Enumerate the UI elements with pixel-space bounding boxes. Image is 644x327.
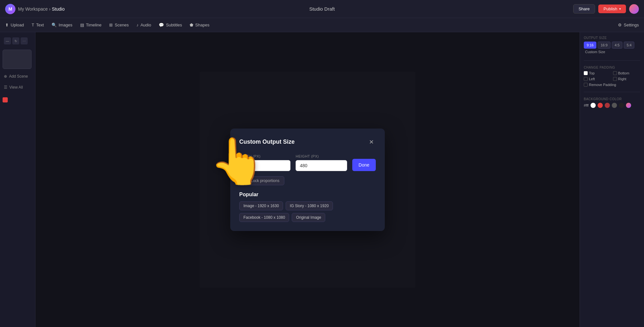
divider-2 [584,92,640,92]
breadcrumb-studio: Studio [52,6,65,12]
height-input[interactable] [296,160,347,171]
scene-ctrl-2[interactable]: ↻ [12,37,19,44]
popular-chip-3[interactable]: Original Image [292,213,325,222]
custom-output-size-modal: Custom Output Size ✕ WIDTH (px) HEIGHT (… [230,129,385,231]
width-input[interactable] [239,160,290,171]
padding-top-label: Top [589,71,595,75]
text-icon: T [32,23,34,27]
left-panel: — ↻ ⋯ ⊕ Add Scene ☰ View All [0,32,35,327]
topbar-actions: Share Publish ▾ [573,4,639,14]
padding-right-checkbox[interactable] [613,77,617,81]
upload-icon: ⬆ [5,23,9,27]
publish-button[interactable]: Publish ▾ [598,5,626,13]
lock-proportions-button[interactable]: 🔒 Lock proportions [239,176,284,185]
project-title: Studio Draft [309,6,335,12]
lock-icon: 🔒 [244,178,249,183]
ratio-9-16-btn[interactable]: 9:16 [584,42,596,49]
modal-title: Custom Output Size [239,139,295,145]
change-padding-title: CHANGE PADDING [584,66,640,69]
color-white[interactable] [591,103,596,108]
breadcrumb: My Workspace › Studio [18,6,65,12]
ratio-16-9-btn[interactable]: 16:9 [598,42,610,49]
popular-chip-1[interactable]: IG Story - 1080 x 1920 [286,201,333,210]
color-red-2[interactable] [605,103,610,108]
padding-section: CHANGE PADDING Top Bottom Left Right [584,66,640,87]
share-button[interactable]: Share [573,4,595,14]
toolbar-text[interactable]: T Text [32,23,44,27]
modal-overlay: Custom Output Size ✕ WIDTH (px) HEIGHT (… [35,32,580,327]
padding-top-option[interactable]: Top [584,71,611,75]
toolbar-timeline[interactable]: ▤ Timeline [80,23,102,27]
add-scene-icon: ⊕ [4,74,7,79]
remove-padding-option[interactable]: Remove Padding [584,83,640,87]
padding-left-option[interactable]: Left [584,77,611,81]
color-gray[interactable] [612,103,617,108]
custom-size-btn[interactable]: Custom Size [584,49,640,55]
padding-bottom-checkbox[interactable] [613,71,617,75]
popular-chip-2[interactable]: Facebook - 1080 x 1080 [239,213,289,222]
ratio-5-4-btn[interactable]: 5:4 [624,42,634,49]
settings-link[interactable]: ⚙ Settings [618,23,639,27]
width-label: WIDTH (px) [239,154,290,158]
shapes-icon: ⬟ [190,23,193,27]
right-panel: OUTPUT SIZE 9:16 16:9 4:5 5:4 Custom Siz… [580,32,644,327]
scene-thumbnail[interactable] [3,50,32,69]
images-icon: 🔍 [52,23,57,27]
toolbar: ⬆ Upload T Text 🔍 Images ▤ Timeline ⊞ Sc… [0,18,644,32]
toolbar-scenes[interactable]: ⊞ Scenes [109,23,128,27]
padding-bottom-label: Bottom [618,71,630,75]
publish-dropdown-arrow: ▾ [619,7,621,11]
padding-top-checkbox[interactable] [584,71,588,75]
done-button[interactable]: Done [352,159,376,171]
height-input-group: HEIGHT (px) [296,154,347,171]
bg-color-section: BACKGROUND COLOR #fff [584,97,640,108]
toolbar-subtitles[interactable]: 💬 Subtitles [159,23,182,27]
padding-left-checkbox[interactable] [584,77,588,81]
add-scene-button[interactable]: ⊕ Add Scene [3,73,33,80]
remove-padding-label: Remove Padding [589,83,616,87]
topbar: M My Workspace › Studio Studio Draft Sha… [0,0,644,18]
padding-right-option[interactable]: Right [613,77,640,81]
height-label: HEIGHT (px) [296,154,347,158]
bg-color-title: BACKGROUND COLOR [584,97,640,101]
modal-header: Custom Output Size ✕ [239,138,376,147]
white-color-label: #fff [584,103,589,107]
ratio-buttons: 9:16 16:9 4:5 5:4 [584,42,640,49]
breadcrumb-workspace[interactable]: My Workspace [18,6,48,12]
toolbar-upload[interactable]: ⬆ Upload [5,23,24,27]
toolbar-shapes[interactable]: ⬟ Shapes [190,23,209,27]
subtitles-icon: 💬 [159,23,164,27]
settings-icon: ⚙ [618,23,622,27]
output-size-title: OUTPUT SIZE [584,36,640,40]
scenes-icon: ⊞ [109,23,113,27]
main-layout: — ↻ ⋯ ⊕ Add Scene ☰ View All Custom Outp… [0,32,644,327]
divider-1 [584,60,640,61]
timeline-icon: ▤ [80,23,84,27]
red-dot-indicator [3,97,8,102]
ratio-4-5-btn[interactable]: 4:5 [612,42,622,49]
output-size-section: OUTPUT SIZE 9:16 16:9 4:5 5:4 Custom Siz… [584,36,640,55]
color-gradient[interactable] [626,103,631,108]
breadcrumb-separator: › [49,6,51,12]
popular-chips-grid: Image - 1920 x 1630 IG Story - 1080 x 19… [239,201,376,222]
size-input-row: WIDTH (px) HEIGHT (px) Done [239,154,376,171]
scene-ctrl-1[interactable]: — [4,37,11,44]
color-dark[interactable] [619,103,624,108]
modal-close-button[interactable]: ✕ [367,138,376,147]
toolbar-audio[interactable]: ♪ Audio [137,23,151,27]
view-all-icon: ☰ [4,85,7,90]
scene-controls: — ↻ ⋯ [3,36,33,46]
popular-chip-0[interactable]: Image - 1920 x 1630 [239,201,283,210]
app-logo: M [5,4,15,14]
padding-bottom-option[interactable]: Bottom [613,71,640,75]
color-red-1[interactable] [598,103,603,108]
bg-color-options: #fff [584,103,640,108]
toolbar-images[interactable]: 🔍 Images [52,23,72,27]
padding-left-label: Left [589,77,595,81]
padding-right-label: Right [618,77,627,81]
audio-icon: ♪ [137,23,139,27]
view-all-button[interactable]: ☰ View All [3,84,33,91]
remove-padding-checkbox[interactable] [584,83,588,87]
scene-ctrl-3[interactable]: ⋯ [21,37,28,44]
avatar[interactable] [629,4,639,14]
